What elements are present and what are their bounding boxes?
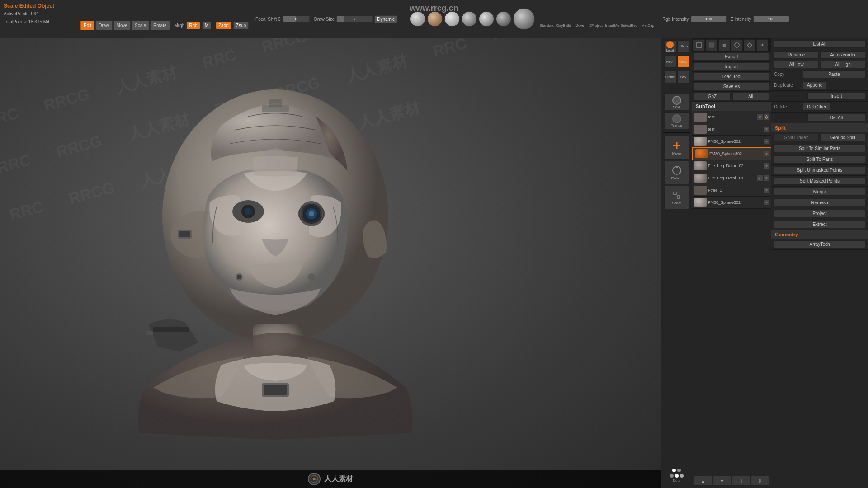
z-intensity-label: Z Intensity <box>731 17 751 22</box>
3d-viewport[interactable]: RRC RRCG 人人素材 RRC RRCG 人人素材 RRC RRCG 人人素… <box>0 38 661 488</box>
st-icon-5[interactable] <box>744 39 755 51</box>
st-icon-eye[interactable]: 👁 <box>756 39 768 51</box>
subtool-item-5[interactable]: Fire_Leg_Detail_01 ▼ 👁 <box>692 172 771 184</box>
insert-button[interactable]: Insert <box>807 92 865 100</box>
lsym-button[interactable]: LSym <box>677 40 689 52</box>
st-nav-up[interactable]: ▲ <box>694 476 712 486</box>
split-to-similar-parts-button[interactable]: Split To Similar Parts <box>774 145 865 152</box>
st-eye-0[interactable]: 👁 <box>757 114 763 120</box>
del-other-button[interactable]: Del Other <box>803 103 830 111</box>
st-eye-6[interactable]: 👁 <box>764 188 769 193</box>
rotate-gizmo-button[interactable]: Rotate <box>665 161 689 184</box>
scale-button[interactable]: Scale <box>132 21 149 30</box>
save-as-button[interactable]: Save As <box>694 83 769 90</box>
move-gizmo-button[interactable]: Move <box>665 136 689 160</box>
split-masked-button[interactable]: Split Masked Points <box>774 177 865 185</box>
subtool-item-4[interactable]: Fire_Leg_Detail_02 👁 <box>692 160 771 172</box>
persp-button[interactable]: Persp <box>677 56 689 68</box>
st-nav-move-down[interactable]: ⇩ <box>751 476 769 486</box>
array-tech-button[interactable]: ArrayTech <box>774 240 865 248</box>
tool-info: Scale Edited Object ActivePoints: 964 To… <box>4 2 54 26</box>
zproject-sphere[interactable] <box>462 11 477 27</box>
merge-button[interactable]: Merge <box>774 188 865 196</box>
st-nav-down[interactable]: ▼ <box>713 476 731 486</box>
import-button[interactable]: Import <box>694 63 769 70</box>
m-value[interactable]: M <box>202 22 211 29</box>
subtool-item-7[interactable]: FM30_Sphere302 👁 <box>692 197 771 209</box>
all-high-button[interactable]: All High <box>821 61 865 68</box>
goz-button[interactable]: GoZ <box>694 93 731 100</box>
append-button[interactable]: Append <box>803 81 826 89</box>
divider1 <box>663 90 690 90</box>
st-icon-1[interactable] <box>693 39 705 51</box>
paste-button[interactable]: Paste <box>803 70 865 78</box>
focal-shift-slider[interactable]: 0 <box>283 16 310 22</box>
poly-button[interactable]: Poly <box>677 71 689 83</box>
split-similar-parts-row: Split To Similar Parts <box>771 143 868 154</box>
dynamic-value[interactable]: Dynamic <box>374 15 397 23</box>
rgb-intensity-slider[interactable]: 100 <box>691 16 727 22</box>
standard-sphere[interactable] <box>410 11 425 27</box>
st-nav-move-up[interactable]: ⇧ <box>732 476 750 486</box>
frame-button[interactable]: Frame <box>664 71 676 83</box>
svg-point-22 <box>237 275 241 279</box>
st-lock-0[interactable]: 🔒 <box>764 114 769 120</box>
split-header[interactable]: Split <box>771 123 868 132</box>
move-sphere[interactable] <box>444 11 460 27</box>
split-hidden-button[interactable]: Split Hidden <box>774 134 819 141</box>
subtool-header[interactable]: SubTool <box>692 102 771 111</box>
st-arrow-5[interactable]: ▼ <box>757 175 763 181</box>
edit-button[interactable]: Edit <box>80 21 94 30</box>
subtool-item-2[interactable]: FM30_Sphere302 👁 <box>692 136 771 148</box>
zadd-value[interactable]: Zadd <box>216 22 231 29</box>
st-eye-3[interactable]: 👁 <box>764 151 769 156</box>
split-to-parts-button[interactable]: Split To Parts <box>774 155 865 163</box>
list-all-button[interactable]: List All <box>774 40 865 48</box>
svg-point-4 <box>245 208 252 215</box>
extract-button[interactable]: Extract <box>774 221 865 228</box>
transp-button[interactable]: Transp <box>665 112 689 129</box>
svg-rect-16 <box>269 99 282 107</box>
st-icon-2[interactable] <box>706 39 717 51</box>
all-low-button[interactable]: All Low <box>774 61 819 68</box>
claybuild-sphere[interactable] <box>427 11 443 27</box>
subtool-item-0[interactable]: test 👁 🔒 <box>692 111 771 123</box>
st-eye-5[interactable]: 👁 <box>764 175 769 181</box>
auto-reorder-button[interactable]: AutoReorder <box>821 51 865 59</box>
st-eye-7[interactable]: 👁 <box>764 200 769 205</box>
selectrec-sphere[interactable] <box>496 11 511 27</box>
project-button[interactable]: Project <box>774 210 865 217</box>
zsub-value[interactable]: Zsub <box>233 22 249 29</box>
draw-size-slider[interactable]: 7 <box>336 16 373 22</box>
st-eye-2[interactable]: 👁 <box>764 139 769 144</box>
all-button[interactable]: All <box>732 93 769 100</box>
st-eye-1[interactable]: 👁 <box>764 127 769 132</box>
floor-button[interactable]: Floor <box>664 56 676 68</box>
subtool-item-1[interactable]: test 👁 <box>692 123 771 136</box>
solo-button[interactable]: Solo <box>665 94 689 111</box>
z-intensity-slider[interactable]: 100 <box>753 16 789 22</box>
load-tool-button[interactable]: Load Tool <box>694 73 769 80</box>
local-button[interactable]: Local <box>664 40 676 52</box>
rename-button[interactable]: Rename <box>774 51 819 59</box>
subtool-item-3[interactable]: FM30_Sphere302 👁 <box>692 148 771 160</box>
st-eye-4[interactable]: 👁 <box>764 163 769 169</box>
groups-split-button[interactable]: Groups Split <box>821 134 865 141</box>
geometry-header[interactable]: Geometry <box>771 230 868 239</box>
rotate-button[interactable]: Rotate <box>150 21 170 30</box>
del-all-button[interactable]: Del All <box>807 114 865 122</box>
move-button[interactable]: Move <box>113 21 131 30</box>
matcap-sphere[interactable] <box>513 8 535 30</box>
draw-button[interactable]: Draw <box>95 21 112 30</box>
focal-shift-label: Focal Shift 0 <box>255 17 281 22</box>
export-button[interactable]: Export <box>694 53 769 61</box>
remesh-button[interactable]: Remesh <box>774 199 865 206</box>
insertme-sphere[interactable] <box>479 11 494 27</box>
rgb-value[interactable]: Rgb <box>186 22 200 29</box>
scale-gizmo-button[interactable]: Scale <box>665 186 689 209</box>
canvas-area[interactable]: RRC RRCG 人人素材 RRC RRCG 人人素材 RRC RRCG 人人素… <box>0 38 661 488</box>
split-unmasked-button[interactable]: Split Unmasked Points <box>774 166 865 174</box>
st-icon-4[interactable] <box>731 39 743 51</box>
st-icon-3[interactable]: ▦ <box>718 39 730 51</box>
subtool-item-6[interactable]: Ftree_1 👁 <box>692 184 771 197</box>
